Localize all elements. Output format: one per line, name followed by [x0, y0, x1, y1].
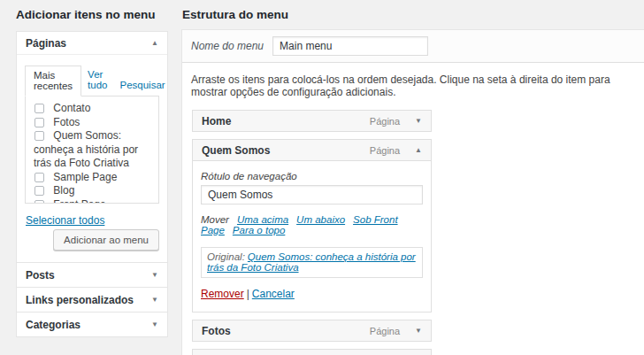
categories-accordion-header[interactable]: Categorias ▼	[17, 312, 167, 336]
custom-links-accordion-label: Links personalizados	[26, 294, 134, 306]
nav-label-input[interactable]	[201, 185, 423, 205]
original-label: Original:	[207, 251, 245, 262]
page-checkbox[interactable]	[34, 118, 44, 127]
page-checkbox[interactable]	[34, 104, 44, 113]
posts-accordion-header[interactable]: Posts ▼	[17, 262, 167, 287]
tab-search[interactable]: Pesquisar	[113, 80, 171, 96]
page-checkbox-row[interactable]: Quem Somos: conheça a história por trás …	[34, 129, 155, 171]
menu-item-type: Página	[370, 145, 400, 156]
page-checkbox-row[interactable]: Contato	[34, 102, 155, 116]
page-checkbox-label: Quem Somos: conheça a história por trás …	[34, 129, 138, 169]
chevron-down-icon: ▼	[151, 272, 158, 279]
menu-item-blog: Blog Página ▼	[192, 349, 432, 355]
menu-item-label: Home	[202, 115, 370, 127]
page-checkbox-row[interactable]: Sample Page	[34, 171, 155, 185]
menu-edit-panel: Nome do menu Arraste os itens para coloc…	[181, 29, 644, 355]
page-checkbox-label: Contato	[53, 102, 90, 114]
page-checkbox[interactable]	[34, 200, 44, 205]
menu-item-handle[interactable]: Fotos Página ▼	[192, 320, 432, 342]
custom-links-accordion-header[interactable]: Links personalizados ▼	[17, 287, 167, 312]
menu-structure-title: Estrutura do menu	[182, 6, 288, 24]
menu-item-home: Home Página ▼	[192, 110, 432, 132]
nav-label-caption: Rótulo de navegação	[201, 171, 423, 181]
chevron-down-icon[interactable]: ▼	[415, 328, 422, 335]
pages-accordion-body: Mais recentes Ver tudo Pesquisar Contato…	[17, 55, 167, 262]
pages-checklist: Contato Fotos Quem Somos: conheça a hist…	[25, 96, 159, 204]
chevron-down-icon: ▼	[151, 297, 158, 304]
page-checkbox[interactable]	[34, 131, 44, 141]
page-checkbox-label: Fotos	[53, 116, 80, 128]
action-separator: |	[247, 288, 249, 300]
menu-structure-section: Estrutura do menu Nome do menu Arraste o…	[181, 0, 644, 355]
page-checkbox-label: Front Page	[53, 198, 105, 205]
move-down-link[interactable]: Um abaixo	[296, 214, 345, 225]
remove-link[interactable]: Remover	[201, 288, 244, 300]
menu-item-type: Página	[370, 326, 400, 336]
categories-accordion-label: Categorias	[26, 319, 80, 331]
page-checkbox-row[interactable]: Blog	[34, 184, 155, 198]
move-to-top-link[interactable]: Para o topo	[233, 225, 285, 235]
chevron-down-icon[interactable]: ▼	[415, 118, 422, 125]
menu-item-settings: Rótulo de navegação MoverUma acimaUm aba…	[192, 161, 432, 313]
menu-item-handle[interactable]: Home Página ▼	[192, 110, 432, 132]
posts-accordion-label: Posts	[26, 269, 55, 282]
move-row: MoverUma acimaUm abaixoSob Front PagePar…	[201, 214, 423, 235]
menu-item-handle[interactable]: Quem Somos Página ▲	[192, 139, 432, 161]
chevron-up-icon[interactable]: ▲	[415, 147, 422, 154]
menu-item-label: Fotos	[202, 325, 370, 337]
tab-most-recent[interactable]: Mais recentes	[25, 66, 81, 96]
pages-tabs: Mais recentes Ver tudo Pesquisar	[25, 66, 159, 96]
menu-body: Arraste os itens para colocá-los na orde…	[182, 63, 644, 355]
chevron-down-icon: ▼	[151, 321, 158, 328]
menu-name-label: Nome do menu	[191, 40, 264, 52]
add-items-title: Adicionar itens no menu	[16, 6, 156, 24]
menu-name-row: Nome do menu	[182, 30, 644, 63]
menu-item-label: Quem Somos	[202, 144, 370, 157]
menu-item-type: Página	[370, 116, 400, 127]
menu-item-quem-somos: Quem Somos Página ▲ Rótulo de navegação …	[192, 139, 432, 313]
menu-item-fotos: Fotos Página ▼	[192, 320, 432, 342]
page-checkbox[interactable]	[34, 173, 44, 182]
tab-view-all[interactable]: Ver tudo	[81, 69, 113, 96]
accordion-container: Páginas ▲ Mais recentes Ver tudo Pesquis…	[16, 31, 168, 337]
menu-name-input[interactable]	[272, 36, 428, 56]
add-button-row: Adicionar ao menu	[25, 229, 159, 251]
cancel-link[interactable]: Cancelar	[252, 288, 295, 300]
menu-items-list: Home Página ▼ Quem Somos Página ▲ Rótulo…	[192, 110, 432, 355]
drag-instructions: Arraste os itens para colocá-los na orde…	[191, 73, 636, 98]
item-action-row: Remover|Cancelar	[201, 288, 423, 300]
page-checkbox-row[interactable]: Fotos	[34, 116, 155, 130]
move-up-link[interactable]: Uma acima	[237, 214, 288, 225]
pages-accordion-header[interactable]: Páginas ▲	[17, 32, 167, 55]
move-label: Mover	[201, 214, 229, 225]
page-checkbox-row[interactable]: Front Page	[34, 198, 155, 205]
page-checkbox-label: Blog	[53, 184, 74, 197]
chevron-up-icon: ▲	[151, 40, 158, 47]
original-box: Original:Quem Somos: conheça a história …	[201, 247, 423, 278]
menu-item-handle[interactable]: Blog Página ▼	[192, 349, 432, 355]
page-checkbox[interactable]	[34, 186, 44, 196]
add-to-menu-button[interactable]: Adicionar ao menu	[53, 229, 159, 251]
page-checkbox-label: Sample Page	[53, 171, 117, 183]
select-all-link[interactable]: Selecionar todos	[26, 214, 104, 227]
pages-accordion-label: Páginas	[26, 37, 66, 50]
